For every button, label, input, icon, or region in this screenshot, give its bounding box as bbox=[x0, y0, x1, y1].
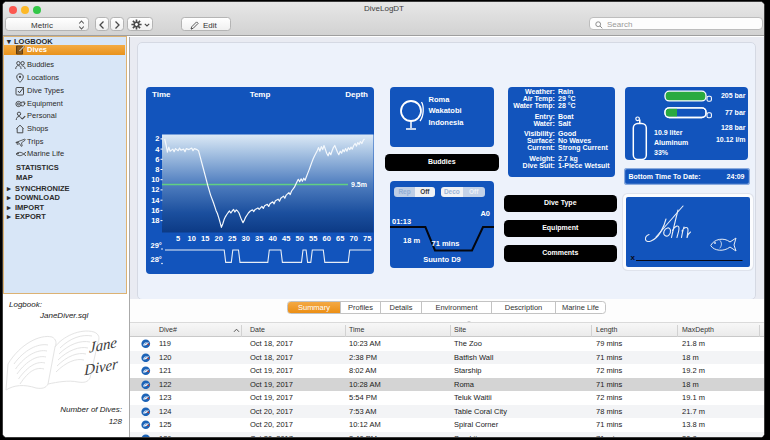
svg-text:60: 60 bbox=[323, 234, 331, 243]
svg-text:Jane: Jane bbox=[89, 333, 117, 356]
svg-text:x: x bbox=[631, 253, 636, 262]
svg-text:40: 40 bbox=[269, 234, 277, 243]
svg-text:29°: 29° bbox=[151, 241, 162, 250]
svg-text:Diver: Diver bbox=[83, 355, 118, 379]
svg-text:10: 10 bbox=[188, 234, 196, 243]
svg-text:9.5m: 9.5m bbox=[351, 181, 367, 188]
svg-text:Depth: Depth bbox=[345, 90, 368, 99]
svg-text:45: 45 bbox=[282, 234, 290, 243]
svg-text:70: 70 bbox=[350, 234, 358, 243]
svg-text:15: 15 bbox=[201, 234, 209, 243]
svg-text:50: 50 bbox=[296, 234, 304, 243]
svg-text:55: 55 bbox=[309, 234, 317, 243]
svg-text:35: 35 bbox=[255, 234, 263, 243]
svg-text:10: 10 bbox=[151, 175, 159, 184]
svg-text:18: 18 bbox=[151, 216, 159, 225]
svg-text:Time: Time bbox=[152, 90, 171, 99]
svg-text:28°: 28° bbox=[151, 255, 162, 264]
svg-text:16: 16 bbox=[151, 206, 159, 215]
svg-text:30: 30 bbox=[242, 234, 250, 243]
svg-text:25: 25 bbox=[228, 234, 236, 243]
svg-text:6: 6 bbox=[155, 155, 159, 164]
svg-text:5: 5 bbox=[176, 234, 180, 243]
svg-text:75: 75 bbox=[363, 234, 371, 243]
svg-text:14: 14 bbox=[151, 196, 160, 205]
svg-text:Temp: Temp bbox=[250, 90, 271, 99]
svg-text:4: 4 bbox=[155, 145, 160, 154]
svg-text:20: 20 bbox=[215, 234, 223, 243]
svg-text:8: 8 bbox=[155, 165, 159, 174]
svg-text:12: 12 bbox=[151, 185, 159, 194]
svg-text:65: 65 bbox=[336, 234, 344, 243]
svg-text:2: 2 bbox=[155, 134, 159, 143]
